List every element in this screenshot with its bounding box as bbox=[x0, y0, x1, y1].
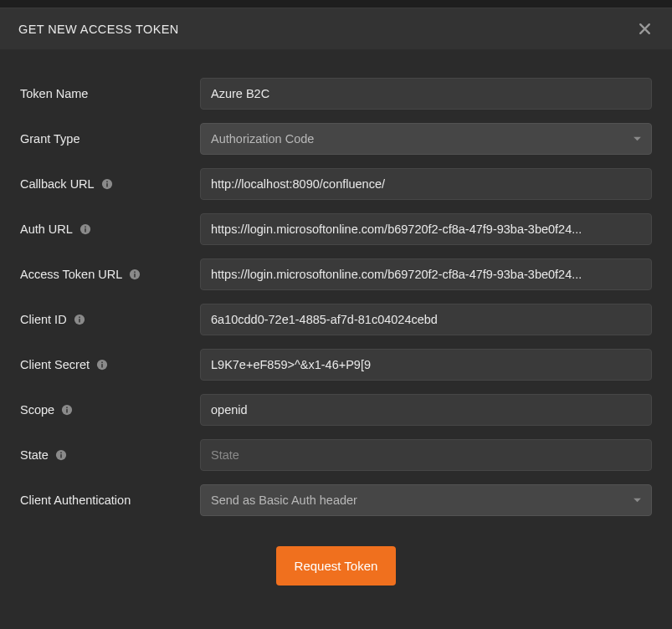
label-client-auth: Client Authentication bbox=[20, 493, 200, 507]
row-token-name: Token Name bbox=[20, 78, 652, 110]
info-icon[interactable] bbox=[129, 268, 141, 280]
svg-rect-4 bbox=[106, 182, 107, 183]
client-auth-select[interactable]: Send as Basic Auth header bbox=[200, 484, 652, 516]
close-icon bbox=[638, 22, 652, 36]
svg-rect-16 bbox=[101, 362, 102, 364]
input-wrap bbox=[200, 213, 652, 245]
row-access-token-url: Access Token URL bbox=[20, 258, 652, 290]
label-scope: Scope bbox=[20, 403, 200, 417]
svg-rect-15 bbox=[101, 364, 102, 367]
dialog-title: GET NEW ACCESS TOKEN bbox=[18, 23, 179, 36]
callback-url-input[interactable] bbox=[200, 168, 652, 200]
svg-rect-12 bbox=[79, 319, 80, 322]
info-icon[interactable] bbox=[74, 314, 85, 325]
svg-rect-21 bbox=[60, 454, 61, 458]
info-icon[interactable] bbox=[96, 359, 108, 371]
info-icon[interactable] bbox=[101, 178, 113, 190]
label-text: Auth URL bbox=[20, 222, 73, 236]
select-wrap: Authorization Code bbox=[200, 123, 652, 155]
info-icon[interactable] bbox=[55, 449, 67, 461]
label-text: Grant Type bbox=[20, 132, 80, 146]
row-client-id: Client ID bbox=[20, 304, 652, 335]
token-name-input[interactable] bbox=[200, 78, 652, 110]
svg-rect-7 bbox=[85, 227, 85, 228]
label-text: Scope bbox=[20, 403, 54, 417]
svg-rect-10 bbox=[135, 272, 136, 274]
label-text: Access Token URL bbox=[20, 268, 122, 281]
access-token-url-input[interactable] bbox=[200, 258, 652, 290]
grant-type-select[interactable]: Authorization Code bbox=[200, 123, 652, 155]
svg-rect-22 bbox=[60, 453, 61, 454]
label-text: Token Name bbox=[20, 87, 88, 100]
client-secret-input[interactable] bbox=[200, 349, 652, 381]
row-callback-url: Callback URL bbox=[20, 168, 652, 200]
svg-rect-6 bbox=[85, 228, 85, 232]
get-access-token-dialog: GET NEW ACCESS TOKEN Token Name Grant Ty… bbox=[0, 0, 672, 629]
label-token-name: Token Name bbox=[20, 87, 200, 100]
client-id-input[interactable] bbox=[200, 304, 652, 335]
input-wrap bbox=[200, 394, 652, 426]
info-icon[interactable] bbox=[61, 404, 73, 416]
request-token-button[interactable]: Request Token bbox=[276, 546, 397, 586]
input-wrap bbox=[200, 78, 652, 110]
close-button[interactable] bbox=[636, 20, 654, 38]
row-grant-type: Grant Type Authorization Code bbox=[20, 123, 652, 155]
row-state: State bbox=[20, 439, 652, 471]
info-icon[interactable] bbox=[80, 223, 91, 235]
dialog-header: GET NEW ACCESS TOKEN bbox=[0, 8, 672, 49]
svg-rect-19 bbox=[66, 407, 67, 409]
select-wrap: Send as Basic Auth header bbox=[200, 484, 652, 516]
svg-rect-18 bbox=[66, 409, 67, 412]
label-text: Callback URL bbox=[20, 177, 95, 191]
label-grant-type: Grant Type bbox=[20, 132, 200, 146]
label-client-id: Client ID bbox=[20, 313, 200, 326]
input-wrap bbox=[200, 349, 652, 381]
label-callback-url: Callback URL bbox=[20, 177, 200, 191]
auth-url-input[interactable] bbox=[200, 213, 652, 245]
state-input[interactable] bbox=[200, 439, 652, 471]
label-text: State bbox=[20, 448, 49, 462]
label-text: Client ID bbox=[20, 313, 67, 326]
input-wrap bbox=[200, 168, 652, 200]
label-text: Client Secret bbox=[20, 358, 90, 371]
svg-rect-9 bbox=[135, 274, 136, 277]
actions: Request Token bbox=[20, 546, 652, 586]
svg-rect-13 bbox=[79, 317, 80, 319]
scope-input[interactable] bbox=[200, 394, 652, 426]
label-auth-url: Auth URL bbox=[20, 222, 200, 236]
row-scope: Scope bbox=[20, 394, 652, 426]
label-state: State bbox=[20, 448, 200, 462]
dialog-body: Token Name Grant Type Authorization Code… bbox=[0, 49, 672, 629]
top-strip bbox=[0, 0, 672, 8]
input-wrap bbox=[200, 258, 652, 290]
svg-rect-3 bbox=[106, 183, 107, 187]
row-auth-url: Auth URL bbox=[20, 213, 652, 245]
input-wrap bbox=[200, 304, 652, 335]
label-access-token-url: Access Token URL bbox=[20, 268, 200, 281]
label-text: Client Authentication bbox=[20, 493, 131, 507]
input-wrap bbox=[200, 439, 652, 471]
row-client-auth: Client Authentication Send as Basic Auth… bbox=[20, 484, 652, 516]
row-client-secret: Client Secret bbox=[20, 349, 652, 381]
label-client-secret: Client Secret bbox=[20, 358, 200, 371]
